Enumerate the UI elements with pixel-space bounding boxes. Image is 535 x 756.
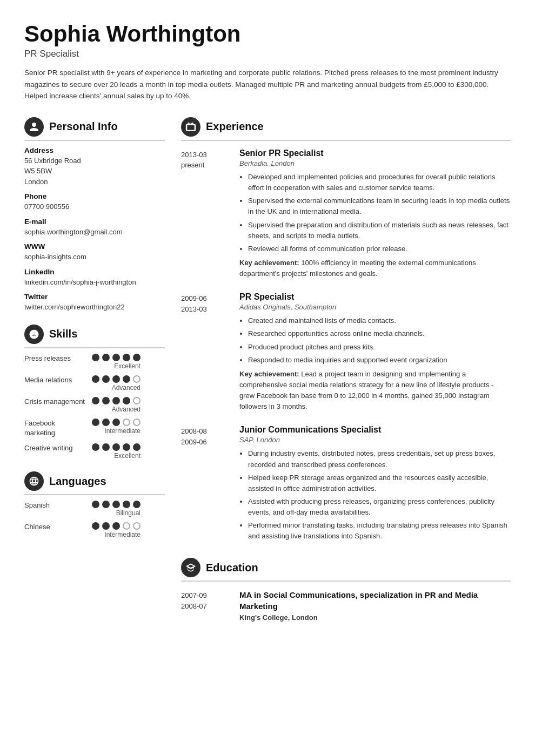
language-name: Chinese [24,522,86,532]
info-label: WWW [24,242,165,251]
skill-dot [112,522,120,530]
exp-body: Senior PR SpecialistBerkadia, LondonDeve… [239,148,511,279]
skill-dot [133,501,141,508]
exp-bullet: Supervised the external communications t… [248,195,511,217]
languages-heading: Languages [24,471,165,495]
language-name: Spanish [24,501,86,510]
skill-name: Media relations [24,375,86,385]
left-column: Personal Info Address56 Uxbridge RoadW5 … [24,117,165,544]
languages-list: SpanishBilingualChineseIntermediate [24,501,165,538]
info-value: 56 Uxbridge RoadW5 5BWLondon [24,156,165,187]
info-label: Twitter [24,293,165,301]
exp-bullet: Performed minor translating tasks, inclu… [248,520,511,542]
exp-bullet: During industry events, distributed note… [248,448,511,470]
skill-right: Advanced [92,375,141,392]
exp-bullets: Developed and implemented policies and p… [239,172,511,254]
skill-dot [102,354,110,361]
info-block: Phone07700 900556 [24,192,165,212]
skill-name: Press releases [24,354,86,363]
education-svg-icon [185,562,196,573]
experience-entry: 2013-03presentSenior PR SpecialistBerkad… [181,148,511,279]
skill-dot [133,354,141,361]
candidate-title: PR Specialist [24,49,511,59]
info-value: sophia-insights.com [24,252,165,262]
skill-dot [133,522,141,530]
skill-item: Facebook marketingIntermediate [24,418,165,438]
skill-dot [123,443,130,451]
exp-company: SAP, London [239,436,511,444]
skill-right: Advanced [92,397,141,413]
skill-dot [133,443,141,451]
skill-name: Creative writing [24,443,86,453]
skill-name: Facebook marketing [24,418,86,438]
skill-right: Excellent [92,354,141,370]
skill-right: Excellent [92,443,141,460]
skills-icon [24,325,44,344]
skill-item: Media relationsAdvanced [24,375,165,392]
exp-bullet: Reviewed all forms of communication prio… [248,244,511,254]
skill-dot [133,375,141,383]
info-value: sophia.worthington@gmail.com [24,227,165,238]
skill-dot [102,443,110,451]
skill-dot [102,418,110,426]
skill-dot [112,397,120,404]
exp-bullet: Supervised the preparation and distribut… [248,220,511,241]
exp-job-title: Senior PR Specialist [239,148,511,158]
exp-dates: 2009-062013-03 [181,292,230,412]
languages-svg-icon [29,476,39,487]
language-item: ChineseIntermediate [24,522,165,538]
exp-bullet: Created and maintained lists of media co… [248,315,511,326]
skill-item: Creative writingExcellent [24,443,165,460]
exp-bullet: Assisted with producing press releases, … [248,496,511,518]
skill-dot [112,418,120,426]
personal-info-label: Personal Info [49,120,118,133]
experience-entry: 2009-062013-03PR SpecialistAdidas Origin… [181,292,511,412]
skills-list: Press releasesExcellentMedia relationsAd… [24,354,165,460]
experience-heading: Experience [181,117,511,141]
skill-level: Excellent [114,362,141,370]
right-column: Experience 2013-03presentSenior PR Speci… [181,117,511,633]
experience-icon [181,117,200,137]
skill-dot [102,501,110,508]
skill-dot [123,418,130,426]
education-section: Education 2007-092008-07MA in Social Com… [181,558,511,622]
skill-dot [112,501,120,508]
info-label: Address [24,146,165,154]
skill-dot [123,501,130,508]
skill-dot [123,375,130,383]
info-label: Phone [24,192,165,200]
exp-bullet: Responded to media inquiries and support… [248,355,511,366]
info-value: 07700 900556 [24,201,165,212]
languages-section: Languages SpanishBilingualChineseInterme… [24,471,165,538]
skills-label: Skills [49,328,77,340]
skill-dot [92,354,99,361]
skill-dot [92,397,99,404]
skill-level: Advanced [112,406,141,413]
exp-bullet: Produced product pitches and press kits. [248,342,511,353]
exp-dates: 2013-03present [181,148,230,279]
exp-bullet: Developed and implemented policies and p… [248,172,511,193]
exp-bullet: Researched opportunities across online m… [248,328,511,339]
personal-info-icon [24,117,44,137]
language-item: SpanishBilingual [24,501,165,517]
education-entry: 2007-092008-07MA in Social Communication… [181,589,511,622]
main-content: Personal Info Address56 Uxbridge RoadW5 … [24,117,511,633]
skill-dot [92,522,99,530]
info-block: WWWsophia-insights.com [24,242,165,262]
skill-level: Excellent [114,452,141,460]
exp-job-title: Junior Communications Specialist [239,425,511,435]
languages-label: Languages [49,475,106,488]
info-label: E-mail [24,218,165,226]
edu-school: King's College, London [239,613,511,622]
skill-level: Intermediate [104,427,141,435]
skill-dot [133,418,141,426]
skill-dot [92,443,99,451]
language-level: Intermediate [104,531,141,538]
skill-level: Advanced [112,384,141,392]
experience-list: 2013-03presentSenior PR SpecialistBerkad… [181,148,511,545]
exp-body: PR SpecialistAdidas Originals, Southampt… [239,292,511,412]
exp-body: Junior Communications SpecialistSAP, Lon… [239,425,511,545]
language-right: Bilingual [92,501,141,517]
info-value: twitter.com/sophieworthington22 [24,302,165,313]
personal-info-heading: Personal Info [24,117,165,141]
